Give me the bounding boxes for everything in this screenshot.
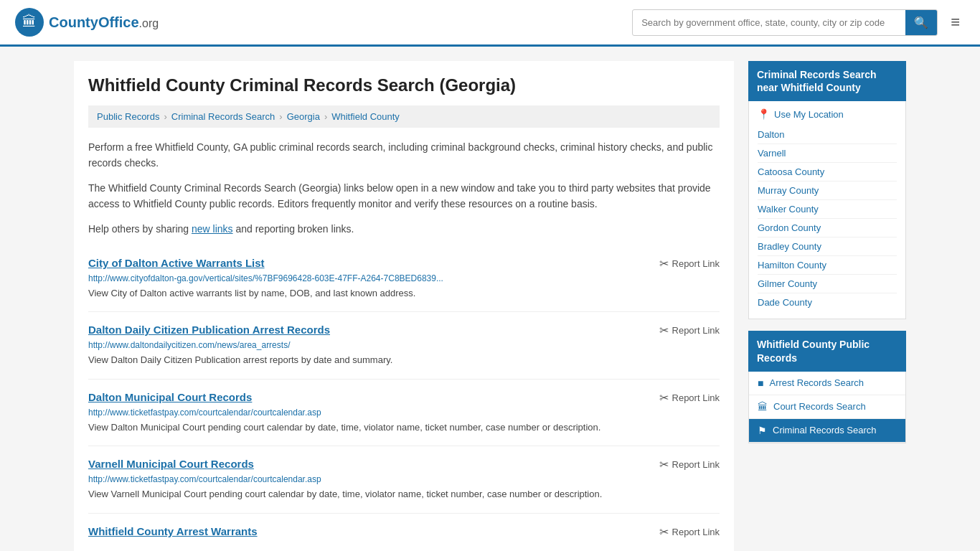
scissors-icon: ✂ bbox=[659, 257, 669, 270]
report-link-4[interactable]: ✂ Report Link bbox=[659, 525, 720, 539]
record-title-0[interactable]: City of Dalton Active Warrants List bbox=[88, 257, 265, 269]
nearby-link-9[interactable]: Dade County bbox=[758, 293, 897, 311]
content-area: Whitfield County Criminal Records Search… bbox=[74, 61, 734, 551]
record-item: Whitfield County Arrest Warrants ✂ Repor… bbox=[88, 514, 720, 551]
scissors-icon: ✂ bbox=[659, 324, 669, 337]
use-location-button[interactable]: 📍 Use My Location bbox=[758, 108, 897, 120]
report-link-0[interactable]: ✂ Report Link bbox=[659, 257, 720, 270]
header: 🏛 CountyOffice.org 🔍 ≡ bbox=[0, 0, 980, 47]
public-records-section: Whitfield County Public Records ■Arrest … bbox=[748, 331, 906, 443]
nearby-section: Criminal Records Search near Whitfield C… bbox=[748, 61, 906, 319]
main-wrapper: Whitfield County Criminal Records Search… bbox=[60, 47, 920, 551]
public-record-link-2[interactable]: ⚑Criminal Records Search bbox=[749, 419, 905, 443]
record-item: Varnell Municipal Court Records ✂ Report… bbox=[88, 446, 720, 514]
search-bar: 🔍 bbox=[632, 9, 938, 36]
logo-area: 🏛 CountyOffice.org bbox=[14, 7, 159, 37]
nearby-link-1[interactable]: Varnell bbox=[758, 144, 897, 163]
record-title-4[interactable]: Whitfield County Arrest Warrants bbox=[88, 525, 258, 537]
report-link-1[interactable]: ✂ Report Link bbox=[659, 324, 720, 337]
public-records-title: Whitfield County Public Records bbox=[748, 331, 906, 371]
nearby-link-2[interactable]: Catoosa County bbox=[758, 163, 897, 182]
rec-icon-0: ■ bbox=[758, 377, 763, 389]
new-links[interactable]: new links bbox=[192, 223, 233, 235]
record-url-2[interactable]: http://www.ticketfastpay.com/courtcalend… bbox=[88, 408, 720, 418]
rec-icon-2: ⚑ bbox=[758, 425, 767, 436]
record-url-0[interactable]: http://www.cityofdalton-ga.gov/vertical/… bbox=[88, 273, 720, 283]
breadcrumb-criminal-records[interactable]: Criminal Records Search bbox=[171, 111, 275, 122]
nearby-link-0[interactable]: Dalton bbox=[758, 126, 897, 144]
record-url-3[interactable]: http://www.ticketfastpay.com/courtcalend… bbox=[88, 474, 720, 484]
description-2: The Whitfield County Criminal Records Se… bbox=[88, 180, 720, 212]
record-desc-1: View Dalton Daily Citizen Publication ar… bbox=[88, 353, 720, 367]
public-records-links: ■Arrest Records Search🏛Court Records Sea… bbox=[748, 372, 906, 443]
nearby-link-5[interactable]: Gordon County bbox=[758, 219, 897, 237]
record-item: Dalton Daily Citizen Publication Arrest … bbox=[88, 312, 720, 380]
description-3: Help others by sharing new links and rep… bbox=[88, 221, 720, 237]
breadcrumb-whitfield-county[interactable]: Whitfield County bbox=[331, 111, 400, 122]
sidebar: Criminal Records Search near Whitfield C… bbox=[748, 61, 906, 551]
breadcrumb-public-records[interactable]: Public Records bbox=[97, 111, 159, 122]
record-item: Dalton Municipal Court Records ✂ Report … bbox=[88, 380, 720, 447]
record-title-2[interactable]: Dalton Municipal Court Records bbox=[88, 391, 252, 403]
nearby-link-6[interactable]: Bradley County bbox=[758, 237, 897, 256]
header-right: 🔍 ≡ bbox=[632, 9, 966, 36]
nearby-link-3[interactable]: Murray County bbox=[758, 182, 897, 200]
rec-icon-1: 🏛 bbox=[758, 401, 768, 413]
record-desc-3: View Varnell Municipal Court pending cou… bbox=[88, 487, 720, 501]
rec-label-1: Court Records Search bbox=[773, 401, 866, 412]
report-link-3[interactable]: ✂ Report Link bbox=[659, 458, 720, 471]
report-link-2[interactable]: ✂ Report Link bbox=[659, 391, 720, 405]
record-title-1[interactable]: Dalton Daily Citizen Publication Arrest … bbox=[88, 324, 330, 336]
record-desc-0: View City of Dalton active warrants list… bbox=[88, 286, 720, 301]
scissors-icon: ✂ bbox=[659, 525, 669, 539]
nearby-link-4[interactable]: Walker County bbox=[758, 200, 897, 219]
record-url-1[interactable]: http://www.daltondailycitizen.com/news/a… bbox=[88, 340, 720, 350]
rec-label-0: Arrest Records Search bbox=[769, 377, 864, 388]
nearby-links: DaltonVarnellCatoosa CountyMurray County… bbox=[758, 126, 897, 311]
public-record-link-0[interactable]: ■Arrest Records Search bbox=[749, 372, 905, 395]
scissors-icon: ✂ bbox=[659, 391, 669, 405]
page-title: Whitfield County Criminal Records Search… bbox=[88, 75, 720, 95]
breadcrumb-georgia[interactable]: Georgia bbox=[287, 111, 320, 122]
rec-label-2: Criminal Records Search bbox=[773, 425, 877, 435]
sidebar-location: 📍 Use My Location DaltonVarnellCatoosa C… bbox=[748, 101, 906, 319]
public-record-link-1[interactable]: 🏛Court Records Search bbox=[749, 395, 905, 419]
search-button[interactable]: 🔍 bbox=[905, 10, 937, 35]
search-input[interactable] bbox=[633, 11, 905, 34]
record-title-3[interactable]: Varnell Municipal Court Records bbox=[88, 458, 254, 470]
nearby-title: Criminal Records Search near Whitfield C… bbox=[748, 61, 906, 101]
svg-text:🏛: 🏛 bbox=[22, 14, 37, 29]
description-1: Perform a free Whitfield County, GA publ… bbox=[88, 139, 720, 171]
records-list: City of Dalton Active Warrants List ✂ Re… bbox=[88, 245, 720, 551]
breadcrumb: Public Records › Criminal Records Search… bbox=[88, 105, 720, 128]
nearby-link-8[interactable]: Gilmer County bbox=[758, 275, 897, 293]
logo-text: CountyOffice.org bbox=[49, 14, 159, 31]
scissors-icon: ✂ bbox=[659, 458, 669, 471]
record-item: City of Dalton Active Warrants List ✂ Re… bbox=[88, 245, 720, 313]
pin-icon: 📍 bbox=[758, 108, 770, 120]
record-desc-2: View Dalton Municipal Court pending cour… bbox=[88, 420, 720, 435]
nearby-link-7[interactable]: Hamilton County bbox=[758, 256, 897, 275]
menu-button[interactable]: ≡ bbox=[945, 10, 966, 34]
logo-icon: 🏛 bbox=[14, 7, 44, 37]
